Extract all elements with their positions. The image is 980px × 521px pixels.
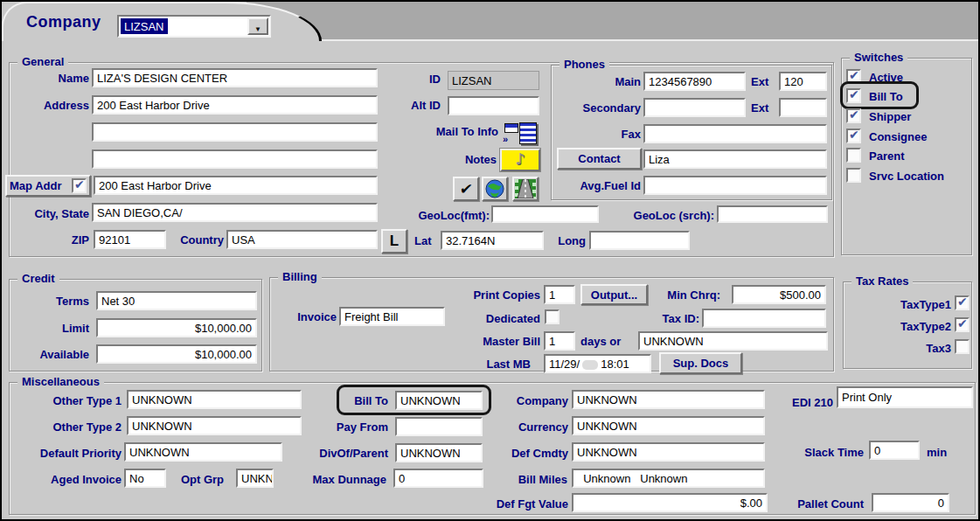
terms-field[interactable]: Net 30	[96, 291, 257, 310]
avg-fuel-id-field[interactable]	[643, 176, 827, 195]
long-field[interactable]	[589, 231, 690, 250]
tax3-checkbox[interactable]	[955, 339, 970, 354]
combobox-dropdown-button[interactable]: ▼	[247, 17, 268, 35]
last-mb-field[interactable]: 11/29/18:01	[544, 354, 651, 373]
fax-field[interactable]	[643, 124, 827, 143]
misc-bill-to-field[interactable]: UNKNOWN	[395, 391, 483, 410]
address2-field[interactable]	[92, 122, 378, 142]
avg-fuel-id-label: Avg.Fuel Id	[545, 179, 641, 192]
alt-id-label: Alt ID	[395, 99, 441, 112]
limit-field[interactable]: $10,000.00	[96, 318, 257, 337]
map-addr-button-label: Map Addr	[10, 179, 61, 192]
switch-srvc-location-checkbox[interactable]	[846, 168, 861, 183]
available-label: Available	[19, 348, 89, 361]
switch-parent-checkbox[interactable]	[846, 148, 861, 163]
phone-main-label: Main	[545, 75, 641, 88]
taxtype1-label: TaxType1	[876, 298, 951, 311]
slack-time-label: Slack Time	[785, 446, 864, 459]
dedicated-checkbox[interactable]	[545, 309, 560, 324]
address3-field[interactable]	[92, 149, 378, 169]
terms-label: Terms	[28, 295, 89, 308]
print-copies-field[interactable]: 1	[544, 285, 575, 304]
city-state-field[interactable]: SAN DIEGO,CA/	[92, 203, 378, 222]
sup-docs-button[interactable]: Sup. Docs	[659, 352, 742, 374]
output-button[interactable]: Output...	[580, 284, 648, 305]
phone-secondary-field[interactable]	[643, 98, 746, 117]
mail-to-info-label: Mail To Info	[386, 125, 498, 138]
switch-active-checkbox[interactable]	[846, 69, 861, 84]
default-priority-field[interactable]: UNKNOWN	[124, 442, 282, 462]
divof-parent-field[interactable]: UNKNOWN	[395, 443, 483, 462]
switch-bill-to-checkbox[interactable]	[846, 88, 861, 103]
switch-shipper-checkbox[interactable]	[846, 108, 861, 123]
phone-main-ext-field[interactable]: 120	[779, 72, 827, 91]
lat-field[interactable]: 32.7164N	[441, 231, 544, 250]
mail-window-icon[interactable]	[504, 123, 518, 133]
opt-grp-field[interactable]: UNKNOWN	[236, 469, 274, 488]
master-bill-field[interactable]: 1	[544, 331, 575, 351]
taxtype2-checkbox[interactable]	[955, 317, 970, 332]
max-dunnage-field[interactable]: 0	[393, 469, 483, 488]
bill-miles-field[interactable]: Unknown Unknown	[572, 469, 765, 488]
mail-to-info-document-icon[interactable]	[519, 122, 537, 144]
switch-consignee-label: Consignee	[869, 130, 927, 143]
contact-button-label: Contact	[578, 152, 620, 165]
zip-field[interactable]: 92101	[94, 230, 166, 249]
map-addr-button[interactable]: Map Addr	[5, 175, 91, 197]
other-type-1-field[interactable]: UNKNOWN	[127, 390, 302, 409]
misc-company-field[interactable]: UNKNOWN	[572, 390, 765, 409]
id-field: LIZSAN	[448, 71, 539, 90]
verify-button[interactable]: ✔	[453, 177, 479, 201]
route-button[interactable]	[512, 177, 539, 201]
notes-button[interactable]: ♪	[500, 149, 540, 171]
contact-field[interactable]: Liza	[643, 149, 827, 169]
available-field[interactable]: $10,000.00	[96, 344, 257, 364]
mail-chevrons-icon: »	[503, 135, 507, 143]
def-cmdty-label: Def Cmdty	[493, 447, 568, 460]
currency-label: Currency	[500, 420, 568, 434]
company-combobox-value: LIZSAN	[121, 18, 168, 34]
city-state-label: City, State	[10, 207, 89, 220]
last-mb-date: 11/29/	[549, 358, 580, 371]
address-field[interactable]: 200 East Harbor Drive	[92, 95, 378, 115]
credit-group-title: Credit	[17, 272, 59, 285]
switch-shipper-label: Shipper	[869, 110, 911, 123]
geoloc-srch-field[interactable]	[717, 205, 828, 223]
phone-secondary-ext-field[interactable]	[779, 98, 827, 117]
tax-id-label: Tax ID:	[645, 312, 699, 325]
tax-rates-group-title: Tax Rates	[851, 274, 913, 288]
company-combobox[interactable]: LIZSAN ▼	[117, 15, 271, 38]
contact-button[interactable]: Contact	[557, 148, 642, 170]
fax-label: Fax	[545, 128, 641, 141]
aged-invoice-field[interactable]: No	[124, 469, 166, 488]
map-addr-checkbox[interactable]	[72, 178, 87, 193]
days-or-label: days or	[580, 335, 621, 348]
currency-field[interactable]: UNKNOWN	[572, 416, 765, 435]
tax-id-field[interactable]	[702, 309, 826, 328]
name-field[interactable]: LIZA'S DESIGN CENTER	[92, 68, 378, 87]
taxtype1-checkbox[interactable]	[955, 295, 970, 310]
def-cmdty-field[interactable]: UNKNOWN	[572, 442, 765, 462]
pay-from-field[interactable]	[395, 417, 483, 436]
alt-id-field[interactable]	[448, 96, 539, 115]
map-addr-field[interactable]: 200 East Harbor Drive	[94, 176, 378, 195]
phone-main-field[interactable]: 1234567890	[643, 72, 746, 91]
master-bill-or-field[interactable]: UNKNOWN	[638, 331, 828, 351]
invoice-field[interactable]: Freight Bill	[339, 307, 445, 326]
edi-210-field[interactable]: Print Only	[837, 386, 973, 408]
country-field[interactable]: USA	[226, 230, 378, 249]
map-globe-button[interactable]	[482, 177, 508, 201]
other-type-2-field[interactable]: UNKNOWN	[127, 416, 302, 435]
l-button[interactable]: L	[381, 229, 407, 254]
aged-invoice-label: Aged Invoice	[24, 473, 122, 486]
geoloc-fmt-field[interactable]	[491, 205, 599, 223]
pallet-count-field[interactable]: 0	[872, 493, 949, 512]
misc-bill-to-label: Bill To	[343, 394, 388, 407]
max-dunnage-label: Max Dunnage	[290, 473, 386, 486]
phones-group-title: Phones	[560, 58, 609, 71]
min-chrg-field[interactable]: $500.00	[732, 285, 826, 304]
edi-210-label: EDI 210	[775, 396, 833, 409]
slack-time-field[interactable]: 0	[869, 441, 920, 460]
def-fgt-value-field[interactable]: $.00	[572, 493, 768, 512]
switch-consignee-checkbox[interactable]	[846, 129, 861, 143]
